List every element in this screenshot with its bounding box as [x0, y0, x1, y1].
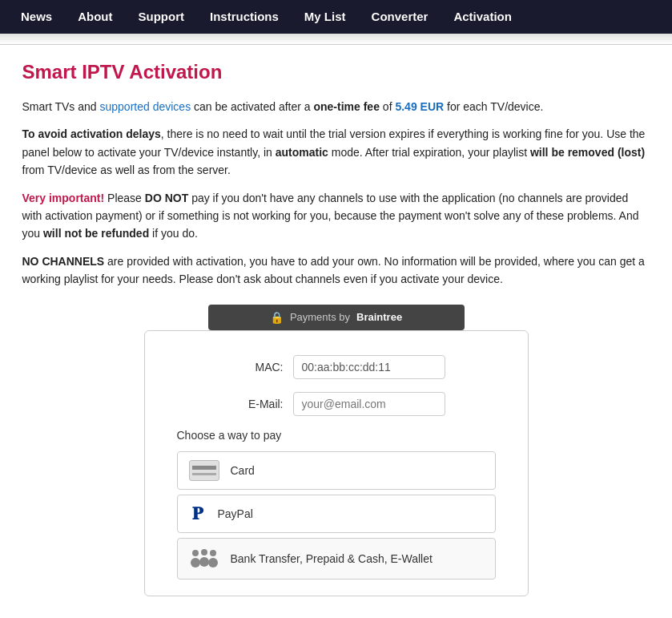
- para2-rest2: mode. After trial expiration, your playl…: [328, 146, 530, 159]
- nav-about[interactable]: About: [65, 0, 125, 34]
- payment-section: 🔒 Payments by Braintree MAC: E-Mail: Cho…: [22, 305, 650, 596]
- warning-paragraph: Very important! Please DO NOT pay if you…: [22, 189, 650, 243]
- main-nav: News About Support Instructions My List …: [0, 0, 672, 34]
- para2-rest3: from TV/device as well as from the serve…: [22, 164, 231, 176]
- card-label: Card: [231, 464, 255, 477]
- intro-paragraph: Smart TVs and supported devices can be a…: [22, 98, 650, 115]
- avoid-delays-paragraph: To avoid activation delays, there is no …: [22, 125, 650, 179]
- choose-label: Choose a way to pay: [177, 429, 496, 442]
- intro-middle: can be activated after a: [191, 100, 313, 113]
- nav-activation[interactable]: Activation: [441, 0, 525, 34]
- supported-devices-link[interactable]: supported devices: [100, 100, 191, 113]
- lock-icon: 🔒: [270, 311, 284, 324]
- nav-divider: [0, 34, 672, 45]
- will-be-removed-text: will be removed (lost): [530, 146, 645, 159]
- paypal-label: PayPal: [218, 507, 253, 520]
- svg-point-0: [192, 550, 199, 556]
- paypal-icon: 𝐏: [189, 503, 207, 524]
- braintree-brand: Braintree: [356, 311, 402, 323]
- price-text: 5.49 EUR: [395, 100, 444, 113]
- card-stripe2: [192, 473, 216, 475]
- mac-row: MAC:: [177, 355, 496, 379]
- email-label: E-Mail:: [227, 398, 284, 410]
- one-time-fee-text: one-time fee: [313, 100, 379, 113]
- intro-prefix: Smart TVs and: [22, 100, 100, 113]
- warning-rest3: if you do.: [149, 227, 198, 240]
- svg-point-3: [199, 557, 209, 567]
- mac-input[interactable]: [293, 355, 445, 379]
- card-payment-option[interactable]: Card: [177, 451, 496, 490]
- svg-point-2: [201, 549, 207, 555]
- svg-point-4: [210, 550, 216, 556]
- nav-converter[interactable]: Converter: [359, 0, 441, 34]
- paypal-payment-option[interactable]: 𝐏 PayPal: [177, 495, 496, 533]
- bank-label: Bank Transfer, Prepaid & Cash, E-Wallet: [231, 552, 433, 565]
- page-title: Smart IPTV Activation: [22, 61, 650, 83]
- nav-instructions[interactable]: Instructions: [197, 0, 292, 34]
- bank-svg: [189, 548, 219, 571]
- bank-icon: [189, 547, 219, 571]
- no-channels-bold: NO CHANNELS: [22, 255, 105, 268]
- intro-suffix: for each TV/device.: [444, 100, 543, 113]
- nav-news[interactable]: News: [8, 0, 65, 34]
- not-refunded-text: will not be refunded: [43, 227, 149, 240]
- no-channels-paragraph: NO CHANNELS are provided with activation…: [22, 252, 650, 289]
- bank-payment-option[interactable]: Bank Transfer, Prepaid & Cash, E-Wallet: [177, 538, 496, 580]
- braintree-header: 🔒 Payments by Braintree: [208, 305, 465, 330]
- nav-mylist[interactable]: My List: [292, 0, 359, 34]
- svg-point-5: [208, 558, 218, 568]
- mac-label: MAC:: [227, 361, 284, 374]
- svg-point-1: [191, 558, 200, 568]
- do-not-text: DO NOT: [145, 192, 188, 204]
- payment-options-list: Card 𝐏 PayPal: [177, 451, 496, 580]
- nav-support[interactable]: Support: [126, 0, 198, 34]
- avoid-delays-bold: To avoid activation delays: [22, 127, 161, 140]
- card-stripe1: [192, 466, 216, 470]
- warning-rest: Please: [104, 192, 145, 204]
- card-icon: [189, 460, 219, 481]
- payment-box: MAC: E-Mail: Choose a way to pay Card: [144, 330, 529, 596]
- no-channels-rest: are provided with activation, you have t…: [22, 255, 645, 285]
- braintree-label: Payments by: [290, 311, 350, 323]
- intro-middle2: of: [380, 100, 395, 113]
- main-content: Smart IPTV Activation Smart TVs and supp…: [8, 45, 665, 612]
- email-input[interactable]: [293, 392, 445, 416]
- automatic-text: automatic: [276, 146, 328, 159]
- email-row: E-Mail:: [177, 392, 496, 416]
- very-important-text: Very important!: [22, 192, 105, 204]
